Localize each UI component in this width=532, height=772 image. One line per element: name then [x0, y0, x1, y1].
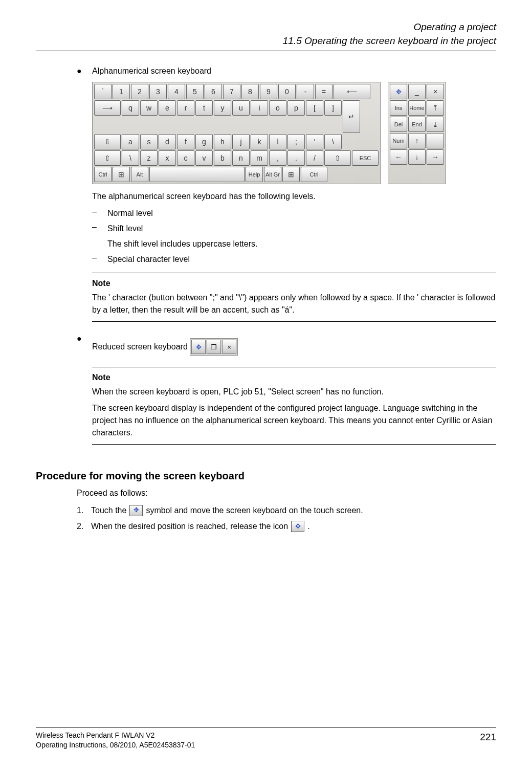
procedure-intro: Proceed as follows: [77, 487, 496, 499]
key-n: n [232, 150, 250, 166]
chapter-title: Operating a project [36, 20, 496, 34]
reduced-close-icon: × [222, 340, 236, 354]
key-8: 8 [241, 84, 259, 99]
key-ctrl-right: Ctrl [301, 167, 327, 182]
key-num: Num [390, 133, 407, 148]
keyboard-main-block: ` 1 2 3 4 5 6 7 8 9 0 - [92, 82, 381, 184]
key-w: w [140, 100, 158, 116]
dash-shift-desc: The shift level includes uppercase lette… [107, 238, 496, 250]
key-j: j [232, 134, 250, 149]
key-help: Help [246, 167, 263, 182]
key-bracket-r: ] [324, 100, 342, 116]
key-capslock: ⇩ [94, 134, 121, 149]
dash-special-label: Special character level [107, 253, 496, 266]
key-g: g [195, 134, 213, 149]
key-u: u [232, 100, 250, 116]
key-q: q [122, 100, 139, 116]
dash-shift: – Shift level The shift level includes u… [92, 223, 496, 250]
step-1-text-a: Touch the [91, 504, 126, 517]
keyboard-aux-block: ✥ _ × Ins Home ⤒ Del End [388, 82, 446, 184]
key-win-right: ⊞ [282, 167, 300, 182]
key-f: f [177, 134, 194, 149]
key-comma: , [269, 150, 286, 166]
move-icon: ✥ [196, 343, 202, 351]
key-close: × [427, 84, 444, 99]
bullet-reduced: ● Reduced screen keyboard ✥ ❐ × Note Whe… [77, 334, 496, 451]
key-r: r [177, 100, 194, 116]
dash-normal-label: Normal level [107, 207, 496, 219]
footer-doc: Wireless Teach Pendant F IWLAN V2 [36, 731, 195, 741]
key-z: z [140, 150, 158, 166]
key-y: y [214, 100, 231, 116]
dash-normal: – Normal level [92, 207, 496, 219]
bullet-reduced-label: Reduced screen keyboard [92, 342, 188, 351]
step-1-num: 1. [77, 504, 91, 517]
note-1-text: The ' character (button between ";" and … [92, 292, 496, 316]
dash-shift-label: Shift level [107, 223, 496, 235]
key-a: a [122, 134, 139, 149]
step-1-text-b: symbol and move the screen keyboard on t… [146, 504, 363, 517]
move-icon: ✥ [396, 88, 402, 96]
note-2-p2: The screen keyboard display is independe… [92, 402, 496, 439]
key-home: Home [408, 100, 426, 116]
key-space [149, 167, 245, 182]
keyboard-graphic: ` 1 2 3 4 5 6 7 8 9 0 - [92, 82, 496, 184]
header-rule [36, 51, 496, 51]
step-2-num: 2. [77, 520, 91, 533]
key-0: 0 [278, 84, 296, 99]
procedure-heading: Procedure for moving the screen keyboard [36, 470, 496, 482]
key-equals: = [315, 84, 332, 99]
key-x: x [159, 150, 176, 166]
footer-sub: Operating Instructions, 08/2010, A5E0245… [36, 740, 195, 751]
key-ins: Ins [390, 100, 407, 116]
dash-icon: – [92, 207, 107, 219]
key-tab: ⟶ [94, 100, 121, 116]
key-move-icon: ✥ [390, 84, 407, 99]
note-2-label: Note [92, 371, 496, 384]
reduced-move-icon: ✥ [191, 340, 206, 354]
key-p: p [287, 100, 305, 116]
move-cursor-icon: ✥ [129, 505, 143, 516]
note-2-p1: When the screen keyboard is open, PLC jo… [92, 386, 496, 398]
key-apostrophe: ' [306, 134, 323, 149]
page-header: Operating a project 11.5 Operating the s… [36, 20, 496, 48]
note-1: Note The ' character (button between ";"… [92, 273, 496, 322]
key-backslash: \ [324, 134, 342, 149]
bullet-alphanumeric: ● Alphanumerical screen keyboard ` 1 2 3 [77, 67, 496, 329]
key-6: 6 [205, 84, 222, 99]
key-enter: ↵ [343, 100, 360, 133]
key-pgup: ⤒ [427, 100, 444, 116]
key-9: 9 [260, 84, 277, 99]
key-period: . [287, 150, 305, 166]
key-ctrl-left: Ctrl [94, 167, 112, 182]
key-1: 1 [113, 84, 130, 99]
key-esc: ESC [352, 150, 379, 166]
key-7: 7 [223, 84, 240, 99]
note-2: Note When the screen keyboard is open, P… [92, 367, 496, 444]
page-number: 221 [480, 731, 496, 751]
move-cursor-icon: ✥ [291, 521, 304, 532]
key-h: h [214, 134, 231, 149]
note-1-label: Note [92, 277, 496, 290]
key-3: 3 [149, 84, 167, 99]
key-arrow-down: ↓ [408, 149, 426, 165]
key-win-left: ⊞ [113, 167, 130, 182]
key-backspace: ⟵ [334, 84, 370, 99]
key-2: 2 [131, 84, 148, 99]
key-v: v [195, 150, 213, 166]
key-pgdn: ⤓ [427, 117, 444, 132]
key-altgr: Alt Gr [264, 167, 281, 182]
step-2-text-b: . [307, 520, 309, 533]
dash-icon: – [92, 223, 107, 250]
key-m: m [251, 150, 268, 166]
bullet-dot-icon: ● [77, 334, 92, 451]
key-end: End [408, 117, 426, 132]
reduced-keyboard-graphic: ✥ ❐ × [190, 338, 238, 356]
step-2: 2. When the desired position is reached,… [77, 520, 496, 533]
key-t: t [195, 100, 213, 116]
key-5: 5 [186, 84, 204, 99]
dash-special: – Special character level [92, 253, 496, 266]
key-c: c [177, 150, 194, 166]
key-arrow-up: ↑ [408, 133, 426, 148]
key-i: i [251, 100, 268, 116]
